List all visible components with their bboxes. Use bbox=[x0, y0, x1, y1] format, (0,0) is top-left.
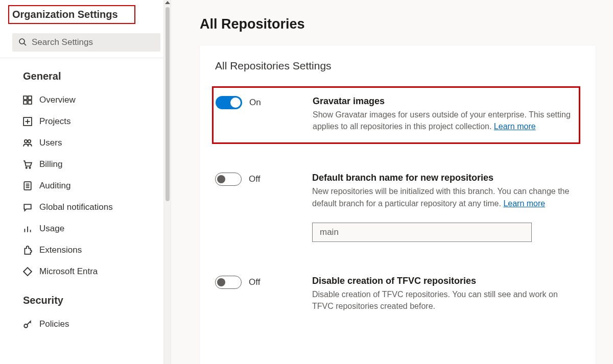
sidebar-item-overview[interactable]: Overview bbox=[0, 89, 171, 111]
panel-title: All Repositories Settings bbox=[215, 60, 580, 72]
svg-line-1 bbox=[24, 43, 26, 45]
svg-rect-3 bbox=[28, 96, 32, 100]
svg-point-12 bbox=[29, 167, 30, 168]
sidebar-item-label: Users bbox=[39, 138, 62, 148]
sidebar-item-users[interactable]: Users bbox=[0, 132, 171, 154]
sidebar-item-projects[interactable]: Projects bbox=[0, 111, 171, 132]
sidebar-item-usage[interactable]: Usage bbox=[0, 218, 171, 239]
default-branch-input[interactable] bbox=[312, 223, 532, 242]
svg-point-10 bbox=[28, 140, 31, 143]
setting-desc: Show Gravatar images for users outside o… bbox=[313, 109, 574, 132]
toggle-state-label: Off bbox=[249, 277, 260, 287]
search-box[interactable] bbox=[12, 33, 160, 52]
scroll-thumb[interactable] bbox=[166, 7, 170, 201]
search-input[interactable] bbox=[32, 37, 154, 47]
sidebar-item-label: Overview bbox=[39, 95, 76, 105]
search-icon bbox=[18, 38, 27, 47]
svg-point-0 bbox=[19, 39, 25, 44]
bar-icon bbox=[23, 224, 32, 233]
cart-icon bbox=[23, 160, 32, 169]
nav-list-security: Policies bbox=[0, 313, 171, 335]
setting-default-branch: Off Default branch name for new reposito… bbox=[215, 168, 580, 246]
setting-desc: Disable creation of TFVC repositories. Y… bbox=[312, 288, 580, 312]
svg-rect-5 bbox=[28, 101, 32, 104]
setting-title: Disable creation of TFVC repositories bbox=[312, 276, 580, 286]
scrollbar[interactable] bbox=[163, 0, 171, 364]
main-content: All Repositories All Repositories Settin… bbox=[171, 0, 613, 364]
sidebar-item-label: Policies bbox=[39, 319, 69, 329]
svg-point-9 bbox=[25, 140, 28, 143]
section-header-general: General bbox=[0, 58, 171, 89]
grid-icon bbox=[23, 95, 32, 105]
section-header-security: Security bbox=[0, 282, 171, 313]
setting-title: Default branch name for new repositories bbox=[312, 173, 580, 183]
sidebar-item-label: Microsoft Entra bbox=[39, 266, 98, 277]
page-title: All Repositories bbox=[200, 16, 596, 32]
sidebar-item-billing[interactable]: Billing bbox=[0, 154, 171, 175]
key-icon bbox=[23, 320, 32, 329]
sidebar: Organization Settings General Overview P… bbox=[0, 0, 171, 364]
settings-panel: All Repositories Settings On Gravatar im… bbox=[200, 45, 596, 364]
sidebar-item-label: Projects bbox=[39, 116, 70, 127]
puzzle-icon bbox=[23, 246, 32, 255]
plus-box-icon bbox=[23, 117, 32, 126]
toggle-state-label: Off bbox=[249, 174, 260, 184]
svg-rect-2 bbox=[23, 96, 27, 100]
sidebar-title: Organization Settings bbox=[8, 5, 135, 24]
svg-rect-4 bbox=[23, 101, 27, 104]
sidebar-item-label: Usage bbox=[39, 224, 64, 234]
sidebar-item-extensions[interactable]: Extensions bbox=[0, 239, 171, 261]
svg-line-22 bbox=[30, 322, 31, 323]
sidebar-item-label: Extensions bbox=[39, 245, 82, 255]
toggle-tfvc[interactable] bbox=[215, 276, 242, 289]
setting-tfvc: Off Disable creation of TFVC repositorie… bbox=[215, 272, 580, 316]
learn-more-link[interactable]: Learn more bbox=[494, 122, 536, 131]
setting-title: Gravatar images bbox=[313, 96, 574, 107]
sidebar-item-policies[interactable]: Policies bbox=[0, 313, 171, 335]
sidebar-item-auditing[interactable]: Auditing bbox=[0, 175, 171, 197]
chat-icon bbox=[23, 203, 32, 212]
sidebar-item-label: Auditing bbox=[39, 181, 70, 191]
toggle-default-branch[interactable] bbox=[215, 173, 242, 186]
toggle-gravatar[interactable] bbox=[216, 96, 242, 109]
sidebar-item-microsoft-entra[interactable]: Microsoft Entra bbox=[0, 261, 171, 282]
users-icon bbox=[23, 138, 32, 148]
sidebar-item-label: Global notifications bbox=[39, 202, 113, 212]
learn-more-link[interactable]: Learn more bbox=[503, 199, 545, 208]
setting-gravatar: On Gravatar images Show Gravatar images … bbox=[212, 86, 580, 144]
sidebar-item-global-notifications[interactable]: Global notifications bbox=[0, 197, 171, 218]
svg-point-11 bbox=[26, 167, 27, 168]
setting-desc: New repositories will be initialized wit… bbox=[312, 185, 580, 209]
list-doc-icon bbox=[23, 181, 32, 190]
toggle-state-label: On bbox=[249, 98, 261, 108]
diamond-icon bbox=[23, 267, 32, 276]
sidebar-item-label: Billing bbox=[39, 159, 62, 169]
nav-list-general: Overview Projects Users Billing Auditing… bbox=[0, 89, 171, 282]
scroll-up-icon[interactable] bbox=[165, 1, 170, 4]
